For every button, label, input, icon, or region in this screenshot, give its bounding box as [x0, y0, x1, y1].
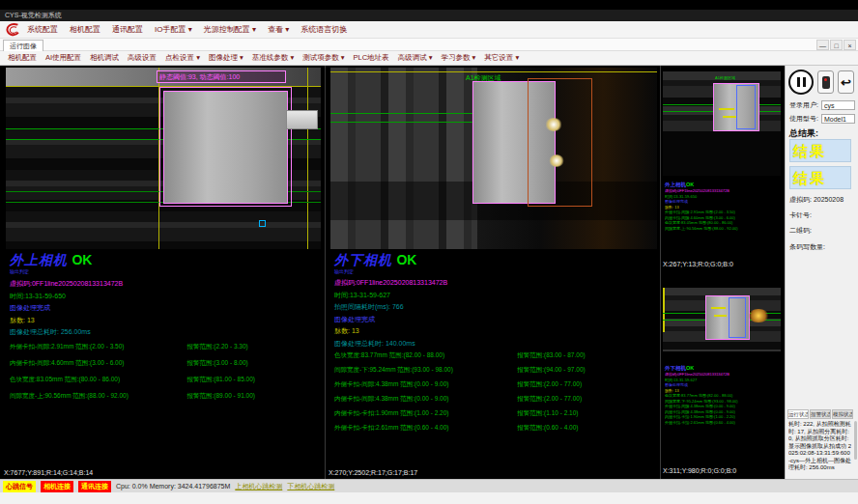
- alarm-range: 报警范围:(1.10 - 2.10): [517, 409, 655, 417]
- led-glow: [545, 118, 562, 131]
- app-window: CYS-视觉检测系统 系统配置 相机配置 通讯配置 IO手配置 ▾ 光源控制配置…: [0, 0, 858, 504]
- thumb-result-info: 外上相机OK 虚拟码:0FF1line2025020813313472B 时间:…: [665, 182, 781, 231]
- minimize-button[interactable]: —: [816, 40, 829, 50]
- bottom-filler: [0, 492, 858, 504]
- tool-advanced-debug[interactable]: 高级调试 ▾: [398, 53, 433, 63]
- tab-alarm-status[interactable]: 报警状态: [810, 409, 831, 419]
- pause-button[interactable]: [788, 70, 814, 95]
- menu-bar: 系统配置 相机配置 通讯配置 IO手配置 ▾ 光源控制配置 ▾ 查看 ▾ 系统语…: [0, 21, 858, 39]
- barcode-line: 虚拟码:0FF1line2025020813313472B: [334, 277, 655, 290]
- mid-camera-image[interactable]: A1检测区域: [330, 68, 657, 249]
- detect-rect-blue: [736, 85, 756, 129]
- guide-line-yellow: [330, 71, 657, 72]
- measurement-row: 色块宽度:83.77mm 范围:(82.00 - 88.00) 报警范围:(83…: [334, 351, 655, 359]
- measurement-value: 内侧卡扣-间隙:4.60mm 范围:(3.00 - 6.00): [10, 359, 187, 367]
- alarm-range: 报警范围:(2.20 - 3.30): [187, 343, 321, 350]
- login-user-input[interactable]: cys: [821, 100, 855, 110]
- measurement-line: 外侧卡扣-卡扣:2.61mm 范围:(0.60 - 4.00): [665, 420, 781, 426]
- tool-camera-config[interactable]: 相机配置: [8, 53, 37, 63]
- result-ok: OK: [686, 365, 694, 371]
- alarm-range: 报警范围:(2.00 - 77.00): [517, 395, 655, 403]
- result-ok: OK: [686, 182, 694, 187]
- tool-spot-check[interactable]: 点检设置 ▾: [165, 53, 200, 63]
- left-camera-panel: 静态阈值:93, 动态阈值:100 外上相机 OK 输出判定 虚拟码:0FF1l…: [2, 66, 325, 479]
- mid-result-info: 外下相机 OK 输出判定 虚拟码:0FF1line202502081331347…: [334, 251, 655, 438]
- app-logo-icon: [5, 22, 22, 38]
- device-button[interactable]: [817, 70, 834, 94]
- model-input[interactable]: Model1: [821, 114, 855, 124]
- pixel-coords-readout: X:311;Y:980;R:0;G:0;B:0: [663, 465, 736, 477]
- tool-image-processing[interactable]: 图像处理 ▾: [209, 53, 243, 63]
- right-sidebar: ↩ 登录用户: cys 使用型号: Model1 总结果: 结果 结果 虚拟码:…: [785, 66, 858, 479]
- measurement-value: 间隙宽度-上:90.56mm 范围:(88.00 - 92.00): [10, 392, 187, 400]
- login-user-row: 登录用户: cys: [789, 100, 855, 110]
- tool-other-settings[interactable]: 其它设置 ▾: [484, 53, 519, 63]
- upper-camera-heartbeat-link[interactable]: 上相机心跳检测: [235, 482, 282, 491]
- total-time-line: 图像处理总耗时: 140.00ms: [334, 338, 655, 350]
- comm-connect-badge: 通讯连接: [78, 481, 111, 492]
- measurement-row: 内侧卡扣-间隙:4.38mm 范围:(0.00 - 9.00) 报警范围:(2.…: [334, 395, 655, 403]
- tab-run-image[interactable]: 运行图像: [3, 40, 43, 51]
- tab-row: 运行图像 — □ ×: [0, 39, 858, 51]
- callout-yellow: [714, 315, 727, 317]
- field-label: 卡针号:: [789, 211, 812, 218]
- measurement-value: 外侧卡扣-间隙:4.38mm 范围:(0.00 - 9.00): [334, 380, 517, 388]
- pulse-line: 脉数: 13: [334, 325, 655, 338]
- main-view-area: 静态阈值:93, 动态阈值:100 外上相机 OK 输出判定 虚拟码:0FF1l…: [0, 66, 783, 479]
- qr-code-field: 二维码:: [789, 226, 856, 236]
- tool-camera-debug[interactable]: 相机调试: [90, 53, 119, 63]
- menu-io-config[interactable]: IO手配置 ▾: [155, 24, 192, 35]
- field-value: 20250208: [814, 196, 844, 203]
- maximize-button[interactable]: □: [830, 40, 843, 50]
- pulse-line: 脉数: 13: [10, 315, 321, 327]
- alarm-range: 报警范围:(81.00 - 85.00): [187, 376, 321, 383]
- pause-icon: [797, 77, 800, 87]
- measurement-list: 色块宽度:83.77mm 范围:(82.00 - 88.00) 报警范围:(83…: [334, 351, 655, 432]
- alarm-range: 报警范围:(3.00 - 8.00): [187, 359, 321, 367]
- alarm-range: 报警范围:(2.00 - 77.00): [517, 380, 655, 388]
- alarm-range: 报警范围:(0.60 - 4.00): [517, 424, 655, 432]
- tool-learning-params[interactable]: 学习参数 ▾: [441, 53, 475, 63]
- left-camera-image[interactable]: 静态阈值:93, 动态阈值:100: [6, 68, 321, 249]
- menu-language-switch[interactable]: 系统语言切换: [300, 24, 347, 35]
- threshold-overlay: 静态阈值:93, 动态阈值:100: [157, 70, 286, 83]
- menu-light-config[interactable]: 光源控制配置 ▾: [204, 24, 256, 35]
- measurement-value: 色块宽度:83.77mm 范围:(82.00 - 88.00): [334, 351, 517, 359]
- window-titlebar[interactable]: CYS-视觉检测系统: [0, 10, 858, 21]
- tool-test-params[interactable]: 测试项参数 ▾: [302, 53, 344, 63]
- thumb-camera-bottom[interactable]: 外下相机OK 虚拟码:0FF1line2025020813313472B 时间:…: [661, 276, 783, 479]
- tool-plc-address[interactable]: PLC地址表: [354, 53, 389, 63]
- left-result-info: 外上相机 OK 输出判定 虚拟码:0FF1line202502081331347…: [10, 251, 321, 408]
- menu-view[interactable]: 查看 ▾: [268, 24, 289, 35]
- lower-camera-heartbeat-link[interactable]: 下相机心跳检测: [287, 482, 334, 491]
- menu-system-config[interactable]: 系统配置: [27, 24, 58, 35]
- marker-blue-box: [259, 220, 266, 227]
- thumb-camera-top[interactable]: A1检测区域 外上相机OK 虚拟码:0FF1line20250208133134…: [661, 66, 783, 274]
- time-line: 时间:13-31-59-627: [334, 290, 655, 302]
- menu-camera-config[interactable]: 相机配置: [70, 24, 100, 35]
- return-button[interactable]: ↩: [838, 70, 854, 94]
- log-scrollbar[interactable]: [854, 421, 857, 460]
- tab-sim-status[interactable]: 模拟状态: [832, 409, 853, 419]
- measurement-row: 外侧卡扣-间隙:2.91mm 范围:(2.00 - 3.50) 报警范围:(2.…: [10, 343, 321, 350]
- tab-run-status[interactable]: 运行状态: [787, 409, 809, 419]
- detect-rect-blue: [729, 297, 746, 338]
- tool-ai-config[interactable]: AI使用配置: [45, 53, 81, 63]
- menu-comm-config[interactable]: 通讯配置: [112, 24, 143, 35]
- connector-part: [286, 110, 318, 129]
- time-line: 时间:13-31-59-650: [10, 291, 321, 303]
- result-box-2: 结果: [789, 166, 851, 189]
- product-block: [163, 91, 288, 204]
- tool-baseline-params[interactable]: 基准线参数 ▾: [252, 53, 294, 63]
- machine-shadow-band: [663, 131, 781, 176]
- guide-line-yellow: [307, 68, 308, 249]
- thumb-result-info: 外下相机OK 虚拟码:0FF1line2025020813313472B 时间:…: [665, 365, 781, 425]
- measurement-value: 内侧卡扣-间隙:4.38mm 范围:(0.00 - 9.00): [334, 395, 517, 403]
- pixel-coords-readout: X:267;Y:13;R:0;G:0;B:0: [663, 259, 733, 270]
- camera-name: 外下相机: [334, 252, 392, 267]
- pixel-coords-readout: X:7677;Y:891;R:14;G:14;B:14: [4, 466, 93, 479]
- tool-advanced-settings[interactable]: 高级设置: [128, 53, 157, 63]
- close-button[interactable]: ×: [844, 40, 856, 50]
- interval-line: 拍照间隔耗时(ms): 766: [334, 301, 655, 314]
- model-label: 使用型号:: [789, 114, 821, 124]
